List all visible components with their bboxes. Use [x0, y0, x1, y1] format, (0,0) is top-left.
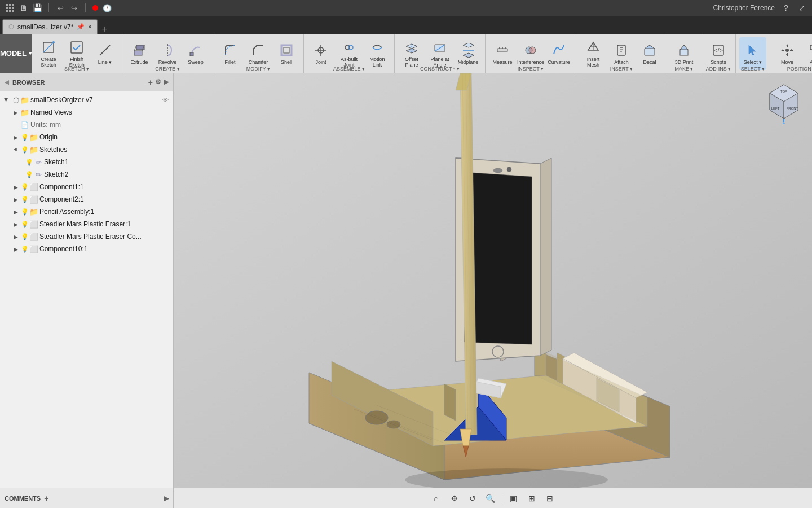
decal-button[interactable]: Decal — [636, 37, 663, 70]
comp10-eye: 💡 — [20, 244, 29, 253]
sidebar-add-icon[interactable]: + — [148, 78, 153, 87]
user-name[interactable]: Christopher Ference — [713, 4, 775, 12]
midplane-button[interactable]: Midplane — [454, 37, 482, 70]
svg-marker-45 — [749, 45, 756, 55]
attach-button[interactable]: Attach — [608, 37, 635, 70]
svg-marker-52 — [781, 49, 783, 51]
select-icon — [745, 42, 761, 58]
tree-component1[interactable]: ▶ 💡 ⬜ Component1:1 — [0, 181, 173, 193]
orbit-button[interactable]: ↺ — [465, 491, 480, 506]
pencil-folder-icon: 📁 — [29, 207, 38, 216]
revolve-icon — [160, 42, 175, 58]
sidebar-settings-icon[interactable]: ⚙ — [155, 78, 161, 87]
sweep-icon — [188, 42, 204, 58]
tree-component10[interactable]: ▶ 💡 ⬜ Component10:1 — [0, 243, 173, 255]
model-mode-button[interactable]: MODEL ▾ — [0, 34, 32, 73]
chamfer-button[interactable]: Chamfer — [245, 37, 272, 70]
topbar: 🗎 💾 ↩ ↪ 🕐 Christopher Ference ? ⤢ — [0, 0, 812, 16]
tree-named-views[interactable]: ▶ 📁 Named Views — [0, 106, 173, 119]
fillet-button[interactable]: Fillet — [217, 37, 244, 70]
eraser2-icon: ⬜ — [29, 232, 38, 241]
tree-origin[interactable]: ▶ 💡 📁 Origin — [0, 131, 173, 143]
zoom-button[interactable]: 🔍 — [483, 491, 498, 506]
named-views-icon: 📁 — [20, 108, 29, 117]
extrude-button[interactable]: Extrude — [126, 37, 153, 70]
redo-icon[interactable]: ↪ — [69, 3, 78, 12]
plane-angle-button[interactable]: Plane at Angle — [426, 37, 453, 70]
tree-eraser2[interactable]: ▶ 💡 ⬜ Steadler Mars Plastic Eraser Co... — [0, 230, 173, 243]
toolbar-position-section: Move Align POSITION ▾ — [770, 34, 812, 73]
move-button[interactable]: Move — [774, 37, 801, 70]
curvature-button[interactable]: Curvature — [545, 37, 572, 70]
units-icon: 📄 — [20, 120, 29, 129]
select-button[interactable]: Select ▾ — [739, 37, 766, 70]
tree-eraser1[interactable]: ▶ 💡 ⬜ Steadler Mars Plastic Eraser:1 — [0, 218, 173, 230]
expand-icon[interactable]: ⤢ — [797, 3, 806, 12]
3dprint-icon — [676, 42, 692, 58]
attach-label: Attach — [614, 60, 629, 65]
eraser1-label: Steadler Mars Plastic Eraser:1 — [39, 220, 131, 228]
svg-point-17 — [348, 45, 353, 50]
tree-component2[interactable]: ▶ 💡 ⬜ Component2:1 — [0, 193, 173, 205]
eraser2-label: Steadler Mars Plastic Eraser Co... — [39, 233, 142, 240]
environment-button[interactable]: ⊟ — [542, 491, 558, 506]
tree-sketches[interactable]: ▼ 💡 📁 Sketches — [0, 143, 173, 156]
grid-toggle-button[interactable]: ⊞ — [524, 491, 540, 506]
tree-sketch1[interactable]: 💡 ✏ Sketch1 — [0, 156, 173, 168]
viewport[interactable]: TOP LEFT FRONT Z — [174, 73, 812, 488]
joint-button[interactable]: Joint — [307, 37, 334, 70]
save-icon[interactable]: 💾 — [33, 3, 42, 12]
scripts-label: Scripts — [710, 60, 726, 65]
offset-plane-button[interactable]: Offset Plane — [398, 37, 425, 70]
align-icon — [807, 42, 812, 58]
cube-nav[interactable]: TOP LEFT FRONT Z — [761, 79, 806, 124]
revolve-button[interactable]: Revolve — [154, 37, 181, 70]
tree-root[interactable]: ▶ ⬡ 📁 smallDeskOrgizer v7 👁 — [0, 94, 173, 106]
pan-button[interactable]: ✥ — [447, 491, 462, 506]
3dprint-label: 3D Print — [675, 60, 694, 65]
main-tab[interactable]: ⬡ smallDes...izer v7* 📌 × — [2, 19, 98, 34]
toolbar-addins-section: </> Scripts ADD-INS ▾ — [701, 34, 736, 73]
finish-sketch-button[interactable]: Finish Sketch — [63, 37, 90, 70]
sweep-button[interactable]: Sweep — [182, 37, 209, 70]
motion-button[interactable]: Motion Link — [364, 37, 391, 70]
new-tab-icon[interactable]: + — [100, 25, 109, 34]
asbuilt-button[interactable]: As-built Joint — [336, 37, 363, 70]
tree-pencil-assembly[interactable]: ▶ 💡 📁 Pencil Assembly:1 — [0, 205, 173, 218]
insert-mesh-button[interactable]: Insert Mesh — [580, 37, 607, 70]
file-icon[interactable]: 🗎 — [19, 3, 28, 12]
sidebar-expand-icon[interactable]: ▶ — [164, 78, 169, 87]
comments-add-icon[interactable]: + — [44, 494, 48, 503]
scripts-button[interactable]: </> Scripts — [705, 37, 732, 70]
main-area: ◀ BROWSER + ⚙ ▶ ▶ ⬡ 📁 smallDeskOrgizer v… — [0, 73, 812, 488]
comments-expand-icon[interactable]: ▶ — [164, 494, 169, 502]
shell-button[interactable]: Shell — [273, 37, 300, 70]
svg-marker-71 — [444, 384, 456, 421]
curvature-label: Curvature — [548, 60, 570, 65]
tab-title: smallDes...izer v7* — [17, 23, 73, 31]
clock-icon[interactable]: 🕐 — [103, 3, 112, 12]
camera-home-button[interactable]: ⌂ — [429, 491, 444, 506]
toolbar-modify-section: Fillet Chamfer Shell MODIFY ▾ — [213, 34, 304, 73]
tree-sketch2[interactable]: 💡 ✏ Sketch2 — [0, 168, 173, 181]
toolbar-insert-section: Insert Mesh Attach Decal INSERT ▾ — [576, 34, 667, 73]
grid-icon[interactable] — [6, 3, 15, 12]
sketches-folder-icon: 📁 — [29, 145, 38, 154]
svg-line-4 — [100, 45, 110, 55]
3dprint-button[interactable]: 3D Print — [670, 37, 698, 70]
help-icon[interactable]: ? — [782, 3, 791, 12]
create-sketch-button[interactable]: Create Sketch — [35, 37, 62, 70]
undo-icon[interactable]: ↩ — [56, 3, 65, 12]
sketch-line-icon — [97, 42, 113, 58]
sketch-line-button[interactable]: Line ▾ — [91, 37, 118, 70]
interference-button[interactable]: Interference — [517, 37, 544, 70]
finish-sketch-label: Finish Sketch — [64, 57, 89, 68]
sidebar-header-icons: + ⚙ ▶ — [148, 78, 169, 87]
tab-close[interactable]: × — [88, 24, 91, 30]
align-button[interactable]: Align — [802, 37, 812, 70]
vp-sep1 — [502, 493, 502, 504]
sketches-eye: 💡 — [20, 145, 29, 154]
model-mode-label: MODEL — [0, 49, 27, 58]
display-mode-button[interactable]: ▣ — [506, 491, 522, 506]
measure-button[interactable]: Measure — [489, 37, 516, 70]
